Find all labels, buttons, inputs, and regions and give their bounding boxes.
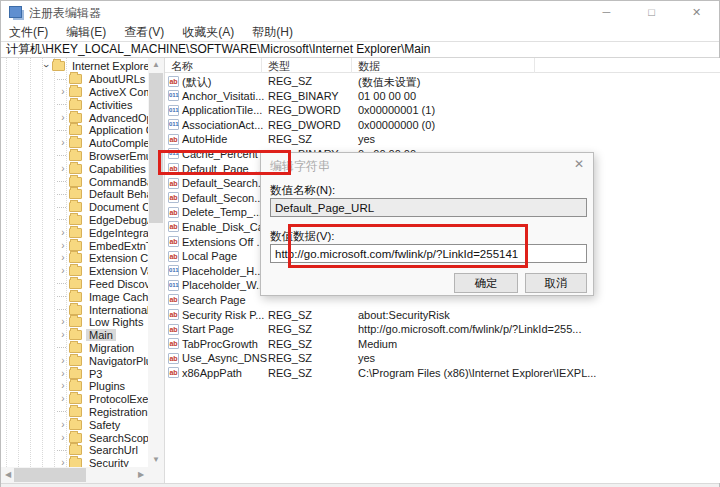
chevron-expanded-icon[interactable]: › xyxy=(41,60,51,72)
string-value-icon: ab xyxy=(168,324,179,335)
tree-item-label: Registration xyxy=(86,406,148,418)
registry-value-row[interactable]: ab(默认)REG_SZ(数值未设置) xyxy=(165,74,720,89)
tree-item[interactable]: EdgeDebugA xyxy=(1,214,148,227)
scroll-left-icon[interactable]: ◀ xyxy=(1,467,15,483)
chevron-collapsed-icon[interactable]: › xyxy=(57,138,69,148)
tree-item[interactable]: Migration xyxy=(1,342,148,355)
tree-horizontal-scrollbar[interactable]: ◀ ▶ xyxy=(1,467,148,483)
chevron-collapsed-icon[interactable]: › xyxy=(57,381,69,391)
vertical-scroll-thumb[interactable] xyxy=(149,73,163,223)
tree-item[interactable]: ›Internet Explore xyxy=(1,60,148,73)
menu-item[interactable]: 查看(V) xyxy=(124,24,164,41)
chevron-collapsed-icon[interactable]: › xyxy=(57,330,69,340)
chevron-collapsed-icon[interactable]: › xyxy=(57,433,69,443)
column-header-data[interactable]: 数据 xyxy=(358,59,380,74)
chevron-collapsed-icon[interactable]: › xyxy=(57,420,69,430)
value-data-input[interactable]: http://go.microsoft.com/fwlink/p/?LinkId… xyxy=(270,244,587,263)
tree-item[interactable]: BrowserEmula xyxy=(1,150,148,163)
scroll-up-icon[interactable]: ▲ xyxy=(148,58,164,72)
tree-item[interactable]: ›EmbedExtnTo xyxy=(1,239,148,252)
address-bar[interactable]: 计算机\HKEY_LOCAL_MACHINE\SOFTWARE\Microsof… xyxy=(1,41,719,58)
chevron-collapsed-icon[interactable]: › xyxy=(57,356,69,366)
tree-item[interactable]: Document Ca xyxy=(1,201,148,214)
value-type: REG_SZ xyxy=(268,75,312,87)
tree-item[interactable]: Default Behav xyxy=(1,188,148,201)
value-name-input[interactable]: Default_Page_URL xyxy=(270,198,587,217)
registry-value-row[interactable]: abSecurity Risk P...REG_SZabout:Security… xyxy=(165,308,720,323)
minimize-button[interactable]: ─ xyxy=(584,1,629,23)
tree-item[interactable]: ›AdvancedOpt xyxy=(1,111,148,124)
tree-connector xyxy=(57,283,66,284)
chevron-collapsed-icon[interactable]: › xyxy=(57,164,69,174)
folder-icon xyxy=(69,125,82,135)
tree-item[interactable]: ›SearchScope xyxy=(1,431,148,444)
registry-value-row[interactable]: abTabProcGrowthREG_SZMedium xyxy=(165,337,720,352)
menu-item[interactable]: 帮助(H) xyxy=(252,24,293,41)
tree-item[interactable]: Feed Discove xyxy=(1,278,148,291)
registry-value-row[interactable]: abStart PageREG_SZhttp://go.microsoft.co… xyxy=(165,322,720,337)
tree-item[interactable]: Activities xyxy=(1,98,148,111)
tree-item-label: ProtocolExec xyxy=(86,393,148,405)
tree-item[interactable]: Registration xyxy=(1,406,148,419)
tree-item-label: ActiveX Comp xyxy=(86,86,148,98)
chevron-collapsed-icon[interactable]: › xyxy=(57,228,69,238)
registry-value-row[interactable]: abx86AppPathREG_SZC:\Program Files (x86)… xyxy=(165,366,720,381)
edit-string-dialog: 编辑字符串 ✕ 数值名称(N): Default_Page_URL 数值数据(V… xyxy=(260,152,594,296)
tree-item-label: International xyxy=(86,304,148,316)
tree-item[interactable]: ›Safety xyxy=(1,418,148,431)
tree-item[interactable]: ›AutoComplet xyxy=(1,137,148,150)
dialog-close-icon[interactable]: ✕ xyxy=(574,157,584,171)
chevron-collapsed-icon[interactable]: › xyxy=(57,369,69,379)
tree-item[interactable]: CommandBar xyxy=(1,175,148,188)
chevron-collapsed-icon[interactable]: › xyxy=(57,394,69,404)
cancel-button[interactable]: 取消 xyxy=(525,273,587,293)
value-name: AutoHide xyxy=(182,133,227,145)
registry-value-row[interactable]: 011AssociationAct...REG_DWORD0x00000000 … xyxy=(165,118,720,133)
tree-item[interactable]: AboutURLs xyxy=(1,73,148,86)
chevron-collapsed-icon[interactable]: › xyxy=(57,87,69,97)
tree-item[interactable]: ›Main xyxy=(1,329,148,342)
registry-value-row[interactable]: 011Anchor_Visitati...REG_BINARY01 00 00 … xyxy=(165,89,720,104)
tree-item[interactable]: ›Low Rights xyxy=(1,316,148,329)
chevron-collapsed-icon[interactable]: › xyxy=(57,253,69,263)
ok-button[interactable]: 确定 xyxy=(454,273,518,293)
tree-item[interactable]: ›P3 xyxy=(1,367,148,380)
scroll-right-icon[interactable]: ▶ xyxy=(134,467,148,483)
tree-item[interactable]: International xyxy=(1,303,148,316)
scroll-down-icon[interactable]: ▼ xyxy=(148,453,164,467)
chevron-collapsed-icon[interactable]: › xyxy=(57,317,69,327)
menu-item[interactable]: 编辑(E) xyxy=(66,24,106,41)
chevron-collapsed-icon[interactable]: › xyxy=(57,458,69,467)
tree-item[interactable]: ›Capabilities xyxy=(1,162,148,175)
horizontal-scroll-thumb[interactable] xyxy=(14,468,86,482)
tree-item[interactable]: SearchUrl xyxy=(1,444,148,457)
tree-item[interactable]: ›Extension Val xyxy=(1,265,148,278)
chevron-collapsed-icon[interactable]: › xyxy=(57,113,69,123)
tree-item-label: Internet Explore xyxy=(69,60,148,72)
tree-item[interactable]: Application C xyxy=(1,124,148,137)
tree-item[interactable]: ›Extension Cor xyxy=(1,252,148,265)
value-type: REG_SZ xyxy=(268,352,312,364)
menu-item[interactable]: 收藏夹(A) xyxy=(182,24,234,41)
tree-item[interactable]: ›NavigatorPlu xyxy=(1,354,148,367)
tree-item-label: Feed Discove xyxy=(86,278,148,290)
tree-item[interactable]: ›ProtocolExec xyxy=(1,393,148,406)
registry-value-row[interactable]: abUse_Async_DNSREG_SZyes xyxy=(165,351,720,366)
list-header: 名称 类型 数据 xyxy=(165,58,720,73)
tree-vertical-scrollbar[interactable]: ▲ ▼ xyxy=(148,58,164,467)
tree-item[interactable]: ›EdgeIntegrati xyxy=(1,226,148,239)
tree-item[interactable]: ›Plugins xyxy=(1,380,148,393)
chevron-collapsed-icon[interactable]: › xyxy=(57,266,69,276)
value-data: 0x00000001 (1) xyxy=(358,104,435,116)
menu-item[interactable]: 文件(F) xyxy=(9,24,48,41)
registry-value-row[interactable]: 011ApplicationTile...REG_DWORD0x00000001… xyxy=(165,103,720,118)
registry-value-row[interactable]: abAutoHideREG_SZyes xyxy=(165,132,720,147)
column-header-type[interactable]: 类型 xyxy=(268,59,290,74)
tree-item[interactable]: Image Cachin xyxy=(1,290,148,303)
maximize-button[interactable]: □ xyxy=(629,1,674,23)
tree-item[interactable]: ›Security xyxy=(1,457,148,467)
tree-item[interactable]: ›ActiveX Comp xyxy=(1,86,148,99)
column-header-name[interactable]: 名称 xyxy=(171,59,193,74)
chevron-collapsed-icon[interactable]: › xyxy=(57,241,69,251)
close-button[interactable]: ✕ xyxy=(674,1,719,23)
